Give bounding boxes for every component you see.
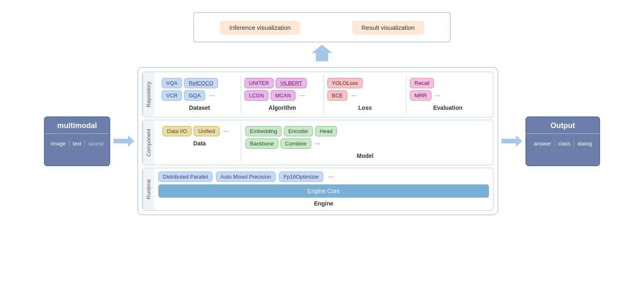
algorithm-title: Algorithm	[245, 104, 320, 111]
dots: ···	[349, 91, 358, 100]
evaluation-section: Recall MRR ··· Evaluation	[407, 75, 489, 114]
data-section: Data I/O Unified ··· Data	[158, 123, 241, 162]
tag-vqa: VQA	[162, 78, 182, 88]
runtime-row: Runtime Distributed Parallel Auto Mixed …	[142, 168, 494, 211]
divider	[574, 140, 574, 147]
dataset-section: VQA RefCOCO VCR GQA ··· Dataset	[158, 75, 241, 114]
main-container: Inference visualization Result visualiza…	[21, 12, 623, 280]
evaluation-title: Evaluation	[410, 104, 486, 111]
input-item-image: image	[49, 140, 67, 148]
arrow-right-output	[498, 136, 525, 147]
input-title: multimodal	[45, 121, 109, 134]
tag-refcoco: RefCOCO	[184, 78, 218, 88]
tag-gqa: GQA	[184, 90, 205, 101]
tag-vcr: VCR	[162, 90, 182, 101]
tag-backbone: Backbone	[245, 138, 278, 149]
runtime-label: Runtime	[143, 168, 154, 210]
loss-row2: BCE ···	[327, 90, 358, 101]
repo-sections: VQA RefCOCO VCR GQA ··· Dataset	[158, 75, 489, 114]
divider	[85, 140, 85, 147]
data-title: Data	[162, 140, 237, 147]
tag-lcgn: LCGN	[245, 90, 269, 101]
tag-combine: Combine	[281, 138, 311, 149]
dataset-row2: VCR GQA ···	[162, 90, 216, 101]
output-items: answer class dialog	[526, 138, 599, 149]
eval-row1: Recall	[410, 78, 434, 88]
component-row: Component Data I/O Unified ··· Data	[142, 120, 494, 165]
divider	[554, 140, 555, 147]
dots: ···	[313, 139, 322, 148]
tag-vilbert: ViLBERT	[276, 78, 307, 88]
up-arrow	[312, 45, 332, 61]
model-title: Model	[245, 152, 485, 159]
result-viz-pill: Result visualization	[352, 21, 424, 34]
output-box: Output answer class dialog	[525, 116, 600, 166]
algorithm-section: UNITER ViLBERT LCGN MCAN ··· Algorithm	[241, 75, 324, 114]
output-item-class: class	[556, 140, 573, 148]
inference-viz-pill: Inference visualization	[220, 21, 300, 34]
right-arrow-icon	[114, 136, 134, 147]
loss-row1: YOLOLoss	[327, 78, 363, 88]
dots: ···	[222, 127, 230, 136]
model-row1: Embedding Encoder Head	[245, 126, 337, 136]
framework-inner: Repository VQA RefCOCO VCR GQA	[138, 67, 498, 215]
tag-encoder: Encoder	[284, 126, 313, 136]
tag-recall: Recall	[410, 78, 434, 88]
algorithm-row1: UNITER ViLBERT	[245, 78, 307, 88]
data-tag-row: Data I/O Unified ···	[162, 126, 230, 136]
tag-bce: BCE	[327, 90, 348, 101]
dataset-row1: VQA RefCOCO	[162, 78, 218, 88]
input-box: multimodal image text sound	[44, 116, 110, 166]
dots: ···	[298, 91, 306, 100]
tag-uniter: UNITER	[245, 78, 274, 88]
runtime-content: Distributed Parallel Auto Mixed Precisio…	[154, 168, 493, 210]
repository-content: VQA RefCOCO VCR GQA ··· Dataset	[154, 72, 493, 117]
tag-data-io: Data I/O	[162, 126, 191, 136]
input-items: image text sound	[45, 138, 109, 149]
comp-sections: Data I/O Unified ··· Data Embedding Enco…	[158, 123, 489, 162]
tag-fp16: Fp16Optimizer	[279, 172, 323, 182]
component-label: Component	[143, 120, 154, 165]
framework-area: multimodal image text sound Repository	[21, 67, 623, 215]
right-arrow-output-icon	[501, 136, 522, 147]
model-section: Embedding Encoder Head Backbone Combine …	[241, 123, 489, 162]
tag-embedding: Embedding	[245, 126, 282, 136]
tag-head: Head	[315, 126, 337, 136]
divider	[69, 140, 70, 147]
repository-label: Repository	[143, 72, 154, 117]
tag-mcan: MCAN	[271, 90, 295, 101]
dots: ···	[433, 91, 442, 100]
tag-unified: Unified	[194, 126, 219, 136]
model-row2: Backbone Combine ···	[245, 138, 322, 149]
output-title: Output	[526, 121, 599, 134]
algorithm-row2: LCGN MCAN ···	[245, 90, 307, 101]
tag-yololoss: YOLOLoss	[327, 78, 363, 88]
input-item-text: text	[71, 140, 83, 148]
visualization-box: Inference visualization Result visualiza…	[194, 12, 450, 42]
tag-amp: Auto Mixed Precision	[216, 172, 276, 182]
engine-core-bar: Engine Core	[158, 184, 489, 198]
component-content: Data I/O Unified ··· Data Embedding Enco…	[154, 120, 493, 165]
dots: ···	[327, 172, 335, 182]
tag-distributed: Distributed Parallel	[158, 172, 213, 182]
input-item-sound: sound	[87, 140, 104, 148]
engine-title: Engine	[158, 200, 489, 207]
tag-mrr: MRR	[410, 90, 431, 101]
arrow-right-input	[110, 136, 138, 147]
dataset-title: Dataset	[162, 104, 237, 111]
runtime-top: Distributed Parallel Auto Mixed Precisio…	[158, 172, 489, 182]
repository-row: Repository VQA RefCOCO VCR GQA	[142, 72, 494, 117]
loss-title: Loss	[327, 104, 403, 111]
top-section: Inference visualization Result visualiza…	[194, 12, 450, 64]
loss-section: YOLOLoss BCE ··· Loss	[324, 75, 407, 114]
eval-row2: MRR ···	[410, 90, 442, 101]
dots: ···	[207, 91, 216, 100]
output-item-dialog: dialog	[575, 140, 594, 148]
output-item-answer: answer	[531, 140, 554, 148]
